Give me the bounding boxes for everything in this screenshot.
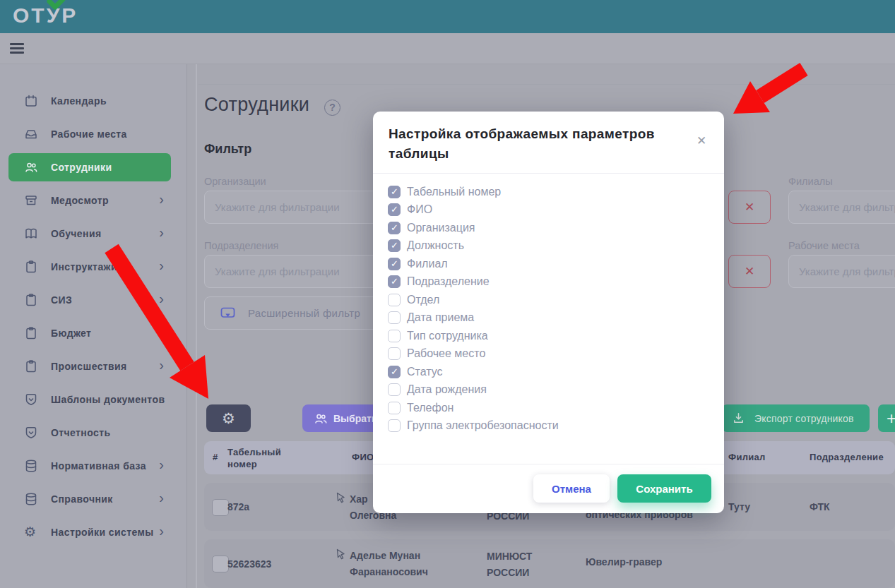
- cancel-button[interactable]: Отмена: [533, 474, 610, 503]
- option-checkbox[interactable]: [388, 186, 401, 198]
- app-logo[interactable]: ОТУР: [13, 4, 78, 28]
- sidebar-item-briefings[interactable]: Инструктажи›: [8, 253, 171, 281]
- sidebar-item-directory[interactable]: Справочник›: [8, 485, 171, 513]
- option-checkbox[interactable]: [388, 402, 401, 414]
- people-icon: [314, 412, 328, 426]
- chevron-right-icon: ›: [159, 457, 164, 473]
- app-root: ОТУР Календарь Рабочие места Сотрудники …: [0, 0, 895, 588]
- option-checkbox[interactable]: [388, 330, 401, 342]
- option-row: Дата приема: [388, 309, 559, 328]
- col-department: Подразделение: [810, 452, 884, 462]
- cell-position: Ювелир-гравер: [586, 556, 662, 568]
- sidebar-item-calendar[interactable]: Календарь: [8, 87, 171, 115]
- gear-icon: ⚙: [24, 525, 38, 539]
- clipboard-icon: [24, 260, 38, 274]
- clear-filter-button[interactable]: ✕: [728, 255, 771, 288]
- subdivisions-label: Подразделения: [204, 240, 278, 251]
- close-x-icon: ✕: [697, 134, 706, 148]
- sub-header-bar: [0, 33, 895, 64]
- option-checkbox[interactable]: [388, 239, 401, 252]
- save-button[interactable]: Сохранить: [617, 474, 711, 503]
- sidebar-item-budget[interactable]: Бюджет: [8, 319, 171, 347]
- add-employee-button[interactable]: +: [878, 404, 895, 432]
- option-row: Группа электробезопасности: [388, 417, 559, 436]
- cell-fio-link[interactable]: Аделье МунанФарананосович: [350, 548, 428, 580]
- clear-x-icon: ✕: [745, 200, 754, 215]
- top-header-bar: ОТУР: [0, 0, 895, 33]
- sidebar-item-reports[interactable]: Отчетность: [8, 419, 171, 447]
- sidebar: Календарь Рабочие места Сотрудники Медос…: [0, 64, 187, 588]
- option-checkbox[interactable]: [388, 383, 401, 396]
- option-row: Филиал: [388, 255, 559, 273]
- sidebar-item-employees[interactable]: Сотрудники: [8, 153, 171, 181]
- export-employees-button[interactable]: Экспорт сотрудников: [722, 404, 870, 432]
- option-checkbox[interactable]: [388, 419, 401, 432]
- sidebar-item-doc-templates[interactable]: Шаблоны документов: [8, 385, 171, 414]
- branches-input[interactable]: [788, 191, 895, 224]
- modal-footer-divider: [373, 464, 724, 464]
- calendar-icon: [24, 94, 38, 108]
- table-settings-modal: Настройка отображаемых параметров таблиц…: [373, 112, 724, 513]
- logo-check-icon: [45, 0, 66, 11]
- book-icon: [24, 227, 38, 241]
- content-top-divider: [198, 84, 895, 85]
- col-fio: ФИО: [352, 452, 374, 462]
- branches-label: Филиалы: [788, 176, 833, 187]
- option-row: Отдел: [388, 291, 559, 309]
- filter-heading: Фильтр: [204, 142, 251, 157]
- option-checkbox[interactable]: [388, 366, 401, 378]
- option-checkbox[interactable]: [388, 258, 401, 270]
- option-row: Дата рождения: [388, 381, 559, 400]
- col-branch: Филиал: [728, 452, 766, 462]
- download-icon: [732, 412, 745, 425]
- cell-tab-number: 872a: [227, 483, 249, 531]
- option-checkbox[interactable]: [388, 222, 401, 234]
- sidebar-item-trainings[interactable]: Обучения›: [8, 220, 171, 248]
- col-tab-number: Табельный номер: [227, 446, 304, 470]
- sidebar-item-regulatory-base[interactable]: Нормативная база›: [8, 452, 171, 480]
- sidebar-item-medical[interactable]: Медосмотр›: [8, 186, 171, 215]
- hamburger-menu-icon[interactable]: [10, 43, 24, 54]
- database-icon: [24, 459, 38, 473]
- people-icon: [24, 160, 38, 174]
- table-settings-button[interactable]: ⚙: [206, 404, 251, 432]
- logo-letter-u: У: [47, 4, 62, 28]
- workplaces-label: Рабочие места: [788, 240, 860, 251]
- option-checkbox[interactable]: [388, 275, 401, 288]
- chevron-right-icon: ›: [159, 523, 164, 539]
- option-row: Должность: [388, 237, 559, 256]
- row-checkbox[interactable]: [212, 499, 229, 516]
- option-checkbox[interactable]: [388, 203, 401, 216]
- col-num: #: [213, 452, 218, 462]
- clipboard-icon: [24, 326, 38, 340]
- gear-icon: ⚙: [222, 410, 235, 427]
- red-arrow-to-modal: [733, 69, 804, 114]
- sidebar-item-siz[interactable]: СИЗ›: [8, 286, 171, 314]
- option-checkbox[interactable]: [388, 311, 401, 324]
- row-checkbox[interactable]: [212, 556, 229, 572]
- page-title: Сотрудники: [204, 94, 309, 116]
- sidebar-item-incidents[interactable]: Происшествия›: [8, 352, 171, 380]
- sidebar-item-workplaces[interactable]: Рабочие места: [8, 120, 171, 148]
- option-checkbox[interactable]: [388, 294, 401, 306]
- plus-icon: +: [887, 406, 895, 431]
- option-row: Табельный номер: [388, 183, 559, 201]
- content-divider: [196, 64, 197, 588]
- help-icon[interactable]: ?: [324, 100, 340, 116]
- option-checkbox[interactable]: [388, 347, 401, 360]
- sidebar-item-system-settings[interactable]: ⚙ Настройки системы›: [8, 518, 171, 546]
- clear-x-icon: ✕: [745, 264, 754, 279]
- chevron-right-icon: ›: [159, 490, 164, 506]
- modal-close-button[interactable]: ✕: [693, 133, 710, 150]
- chevron-right-icon: ›: [159, 191, 164, 208]
- clear-filter-button[interactable]: ✕: [728, 191, 771, 224]
- workplaces-input[interactable]: [788, 255, 895, 288]
- option-row: Статус: [388, 363, 559, 381]
- shield-chevron-icon: [24, 392, 38, 407]
- option-row: Телефон: [388, 399, 559, 417]
- cursor-link-icon: [336, 548, 345, 560]
- database-icon: [24, 492, 38, 506]
- cell-branch: Туту: [728, 483, 750, 531]
- advanced-filter-icon: [220, 307, 235, 320]
- cursor-link-icon: [336, 492, 345, 503]
